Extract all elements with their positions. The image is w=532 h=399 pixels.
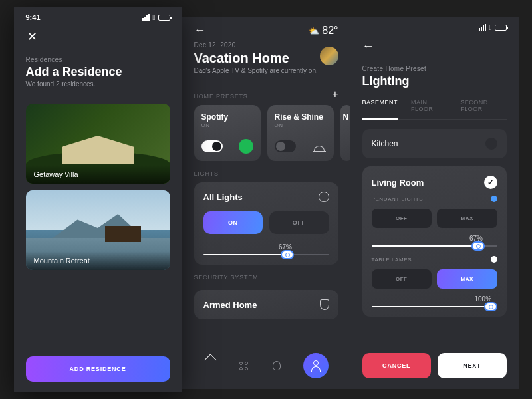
content: BASEMENT MAIN FLOOR SECOND FLOOR Kitchen… [350, 99, 519, 353]
lamps-slider[interactable]: 100% [372, 298, 497, 307]
table-lamps-section: TABLE LAMPS OFF MAX 100% [372, 256, 497, 307]
add-preset-icon[interactable]: + [332, 88, 338, 100]
lamps-off-button[interactable]: OFF [372, 269, 432, 289]
color-dot-icon[interactable] [491, 256, 497, 263]
page-title: Add a Residence [26, 65, 170, 79]
preset-title: Rise & Shine [275, 112, 327, 122]
header: ← Create Home Preset Lighting [350, 35, 519, 99]
header: ✕ Residences Add a Residence We found 2 … [14, 25, 182, 97]
preset-row: Spotify ON Rise & Shine ON N [194, 105, 338, 161]
overline: Create Home Preset [362, 65, 507, 72]
status-icons: 􀙇 [479, 23, 506, 31]
temperature: 82° [322, 25, 338, 36]
status-bar: 􀙇 [350, 17, 519, 35]
add-residence-button[interactable]: ADD RESIDENCE [26, 356, 170, 382]
wifi-icon: 􀙇 [152, 13, 155, 21]
page-title: Vacation Home [194, 51, 318, 66]
shield-icon [320, 299, 329, 310]
section-presets-label: HOME PRESETS [194, 93, 248, 100]
residence-label: Mountain Retreat [26, 251, 170, 270]
subtitle: We found 2 residences. [26, 80, 170, 88]
spotify-icon [239, 139, 253, 154]
close-icon[interactable]: ✕ [26, 29, 170, 44]
signal-icon [142, 14, 150, 21]
avatar[interactable] [320, 47, 338, 65]
residence-label: Getaway Villa [26, 165, 170, 184]
lights-segment: ON OFF [203, 211, 329, 234]
preset-overflow[interactable]: N [340, 105, 350, 161]
preset-status: ON [201, 122, 253, 128]
screen-lighting: 􀙇 ← Create Home Preset Lighting BASEMENT… [350, 17, 519, 389]
floor-tabs: BASEMENT MAIN FLOOR SECOND FLOOR [362, 99, 507, 120]
top-bar: ← ⛅ 82° [182, 17, 350, 37]
subtitle: Dad's Apple TV & Spotify are currently o… [194, 67, 318, 74]
room-toggle-icon [485, 138, 497, 150]
pendant-slider[interactable]: 67% [372, 237, 497, 247]
section-security-label: SECURITY SYSTEM [194, 274, 338, 281]
preset-title: Spotify [201, 112, 253, 122]
color-dot-icon[interactable] [491, 196, 497, 202]
bottom-nav [182, 344, 350, 389]
lights-on-button[interactable]: ON [203, 211, 263, 234]
cancel-button[interactable]: CANCEL [362, 353, 432, 378]
status-time: 9:41 [26, 13, 41, 21]
signal-icon [479, 24, 486, 31]
screen-add-residence: 9:41 􀙇 ✕ Residences Add a Residence We f… [14, 7, 182, 392]
security-card[interactable]: Armed Home [194, 290, 338, 319]
action-buttons: CANCEL NEXT [350, 353, 519, 389]
battery-icon [495, 25, 507, 31]
lights-off-button[interactable]: OFF [269, 211, 329, 234]
light-label: PENDANT LIGHTS [372, 196, 424, 202]
nav-user[interactable] [303, 353, 329, 378]
lights-card: All Lights ON OFF 67% [194, 182, 338, 265]
lights-title: All Lights [203, 192, 243, 202]
weather-icon: ⛅ [309, 26, 319, 36]
bulb-icon [319, 192, 329, 202]
header: Dec 12, 2020 Vacation Home Dad's Apple T… [182, 37, 350, 84]
sunrise-icon [312, 139, 327, 154]
nav-lights[interactable] [270, 359, 283, 372]
battery-icon [158, 15, 170, 21]
nav-grid[interactable] [237, 359, 250, 372]
nav-home[interactable] [203, 359, 217, 372]
content: HOME PRESETS + Spotify ON Rise & Shine O… [182, 84, 350, 344]
date: Dec 12, 2020 [194, 41, 318, 49]
toggle-rise-shine[interactable] [275, 140, 296, 152]
page-title: Lighting [362, 74, 507, 88]
brightness-slider[interactable]: 67% [203, 246, 329, 255]
slider-thumb[interactable] [484, 302, 497, 311]
toggle-spotify[interactable] [201, 140, 223, 152]
overline: Residences [26, 56, 170, 63]
preset-spotify[interactable]: Spotify ON [194, 105, 261, 161]
light-label: TABLE LAMPS [372, 257, 412, 263]
residence-card-1[interactable]: Getaway Villa [26, 104, 170, 184]
content: Getaway Villa Mountain Retreat [14, 97, 182, 356]
check-icon[interactable] [484, 176, 497, 189]
tab-main-floor[interactable]: MAIN FLOOR [411, 99, 447, 119]
room-kitchen[interactable]: Kitchen [362, 129, 507, 158]
status-bar: 9:41 􀙇 [14, 7, 182, 25]
next-button[interactable]: NEXT [438, 353, 507, 378]
tab-basement[interactable]: BASEMENT [362, 99, 398, 119]
slider-thumb[interactable] [471, 241, 485, 251]
preset-rise-shine[interactable]: Rise & Shine ON [267, 105, 334, 161]
preset-title: N [343, 112, 350, 122]
security-title: Armed Home [203, 300, 257, 310]
residence-card-2[interactable]: Mountain Retreat [26, 190, 170, 270]
status-icons: 􀙇 [142, 13, 170, 21]
lamps-max-button[interactable]: MAX [437, 269, 497, 289]
pendant-off-button[interactable]: OFF [372, 209, 432, 228]
screen-vacation-home: ← ⛅ 82° Dec 12, 2020 Vacation Home Dad's… [182, 17, 350, 389]
back-icon[interactable]: ← [194, 23, 206, 37]
room-living-room: Living Room PENDANT LIGHTS OFF MAX 67% [362, 166, 507, 317]
room-name: Living Room [372, 178, 424, 188]
preset-status: ON [275, 122, 327, 128]
slider-thumb[interactable] [281, 250, 294, 259]
room-name: Kitchen [372, 139, 398, 148]
pendant-lights-section: PENDANT LIGHTS OFF MAX 67% [372, 196, 497, 247]
tab-second-floor[interactable]: SECOND FLOOR [460, 99, 506, 119]
pendant-max-button[interactable]: MAX [437, 209, 497, 228]
wifi-icon: 􀙇 [489, 23, 491, 31]
back-icon[interactable]: ← [362, 39, 507, 53]
section-lights-label: LIGHTS [194, 170, 338, 177]
